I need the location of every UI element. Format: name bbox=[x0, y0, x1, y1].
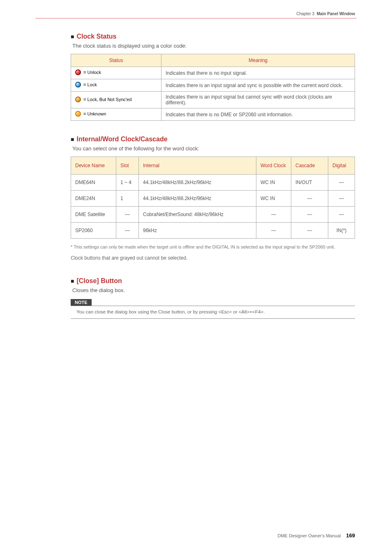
status-meaning: Indicates there is an input signal and s… bbox=[161, 79, 355, 92]
note-badge: NOTE bbox=[71, 299, 92, 306]
status-header: Status bbox=[71, 54, 161, 67]
status-label: = Unknown bbox=[83, 111, 106, 116]
dot-orange-icon bbox=[75, 111, 81, 117]
clock-status-title: Clock Status bbox=[76, 33, 116, 40]
cell-device: DME24N bbox=[71, 191, 116, 207]
footer-page: 169 bbox=[346, 532, 355, 539]
internal-word-desc: You can select one of the following for … bbox=[72, 145, 355, 152]
clock-footnote: * This settings can only be made when th… bbox=[71, 244, 355, 249]
note-top-divider bbox=[71, 306, 355, 306]
chapter-label: Chapter 3 Main Panel Window bbox=[296, 12, 355, 16]
digital-header: Digital bbox=[328, 157, 355, 175]
cell-slot: — bbox=[116, 207, 139, 223]
dot-orange-amber-icon bbox=[75, 97, 81, 102]
cell-word: — bbox=[256, 223, 291, 239]
cell-digital: — bbox=[328, 175, 355, 191]
cell-internal: 44.1kHz/48kHz/88.2kHz/96kHz bbox=[139, 175, 256, 191]
bullet-square: ■ bbox=[71, 278, 74, 284]
close-button-title: [Close] Button bbox=[76, 277, 122, 284]
table-row: SP2060 — 96kHz — — IN(*) bbox=[71, 223, 355, 239]
cell-word: — bbox=[256, 207, 291, 223]
table-row: DME Satellite — CobraNet/EtherSound: 48k… bbox=[71, 207, 355, 223]
bullet-square: ■ bbox=[71, 33, 74, 40]
cell-digital: — bbox=[328, 207, 355, 223]
internal-word-title: Internal/Word Clock/Cascade bbox=[76, 136, 167, 143]
clock-greynote: Clock buttons that are grayed out cannot… bbox=[71, 255, 355, 261]
status-label: = Lock bbox=[83, 82, 97, 87]
cell-internal: 96kHz bbox=[139, 223, 256, 239]
meaning-header: Meaning bbox=[161, 54, 355, 67]
cell-device: SP2060 bbox=[71, 223, 116, 239]
dot-blue-icon bbox=[75, 82, 81, 88]
device-header: Device Name bbox=[71, 157, 116, 175]
cell-word: WC IN bbox=[256, 175, 291, 191]
cell-internal: CobraNet/EtherSound: 48kHz/96kHz bbox=[139, 207, 256, 223]
close-button-desc: Closes the dialog box. bbox=[72, 287, 355, 293]
table-row: = Lock Indicates there is an input signa… bbox=[71, 79, 355, 92]
cell-slot: 1 bbox=[116, 191, 139, 207]
slot-header: Slot bbox=[116, 157, 139, 175]
cell-cascade: — bbox=[291, 223, 328, 239]
clock-table: Device Name Slot Internal Word Clock Cas… bbox=[71, 157, 355, 239]
clock-status-heading: ■Clock Status bbox=[71, 33, 355, 40]
cell-cascade: — bbox=[291, 191, 328, 207]
cell-device: DME Satellite bbox=[71, 207, 116, 223]
cell-slot: — bbox=[116, 223, 139, 239]
bullet-square: ■ bbox=[71, 136, 74, 143]
header-divider bbox=[35, 18, 357, 18]
cell-digital: — bbox=[328, 191, 355, 207]
close-button-heading: ■[Close] Button bbox=[71, 277, 355, 285]
chapter-title: Main Panel Window bbox=[317, 12, 355, 16]
note-text: You can close the dialog box using the C… bbox=[76, 309, 355, 314]
cell-slot: 1 ~ 4 bbox=[116, 175, 139, 191]
table-row: = Unknown Indicates that there is no DME… bbox=[71, 108, 355, 121]
footer: DME Designer Owner's Manual 169 bbox=[278, 532, 355, 539]
cell-cascade: — bbox=[291, 207, 328, 223]
status-meaning: Indicates there is an input signal but c… bbox=[161, 92, 355, 108]
cell-digital: IN(*) bbox=[328, 223, 355, 239]
table-row: DME24N 1 44.1kHz/48kHz/88.2kHz/96kHz WC … bbox=[71, 191, 355, 207]
chapter-prefix: Chapter 3 bbox=[296, 12, 314, 16]
table-row: = Lock, But Not Sync'ed Indicates there … bbox=[71, 92, 355, 108]
cell-device: DME64N bbox=[71, 175, 116, 191]
status-label: = Lock, But Not Sync'ed bbox=[83, 97, 131, 102]
note-bottom-divider bbox=[71, 318, 355, 319]
internal-word-heading: ■Internal/Word Clock/Cascade bbox=[71, 136, 355, 143]
word-header: Word Clock bbox=[256, 157, 291, 175]
table-row: DME64N 1 ~ 4 44.1kHz/48kHz/88.2kHz/96kHz… bbox=[71, 175, 355, 191]
table-row: = Unlock Indicates that there is no inpu… bbox=[71, 67, 355, 79]
cascade-header: Cascade bbox=[291, 157, 328, 175]
internal-header: Internal bbox=[139, 157, 256, 175]
status-label: = Unlock bbox=[83, 70, 101, 75]
status-meaning: Indicates that there is no input signal. bbox=[161, 67, 355, 79]
clock-status-desc: The clock status is displayed using a co… bbox=[72, 43, 355, 49]
footer-manual: DME Designer Owner's Manual bbox=[278, 533, 341, 538]
cell-internal: 44.1kHz/48kHz/88.2kHz/96kHz bbox=[139, 191, 256, 207]
cell-word: WC IN bbox=[256, 191, 291, 207]
dot-red-icon bbox=[75, 69, 81, 75]
status-meaning: Indicates that there is no DME or SP2060… bbox=[161, 108, 355, 121]
clock-status-table: Status Meaning = Unlock Indicates that t… bbox=[71, 54, 355, 121]
cell-cascade: IN/OUT bbox=[291, 175, 328, 191]
